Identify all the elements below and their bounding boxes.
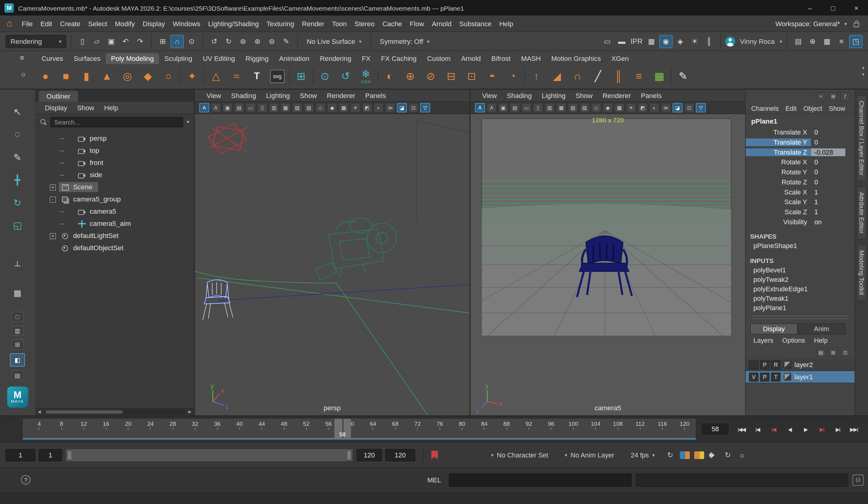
viewport-menu-item[interactable]: Lighting xyxy=(261,92,295,99)
symmetry-selector[interactable]: Symmetry: Off ▾ xyxy=(380,38,430,45)
step-back-key-button[interactable]: |◀ xyxy=(766,422,781,436)
field-chart-icon[interactable]: ▦ xyxy=(280,103,291,112)
mirror-icon[interactable]: ◐ xyxy=(381,66,399,86)
menu-item[interactable]: Stereo xyxy=(351,20,378,28)
help-icon[interactable]: ? xyxy=(21,475,30,484)
play-forwards-button[interactable]: ▶ xyxy=(798,422,813,436)
outliner-menu-item[interactable]: Show xyxy=(72,104,99,111)
layer-name[interactable]: layer2 xyxy=(794,361,813,368)
outliner-row[interactable]: top xyxy=(35,145,194,157)
resolution-gate-icon[interactable]: ▯ xyxy=(533,103,543,112)
expand-toggle[interactable]: - xyxy=(50,196,56,202)
viewport-aa-icon[interactable]: A xyxy=(199,103,209,112)
shelf-tab[interactable]: Sculpting xyxy=(159,53,197,64)
shadows-icon[interactable]: ◩ xyxy=(362,103,372,112)
command-language-selector[interactable]: MEL xyxy=(424,476,444,484)
layer-color-swatch[interactable] xyxy=(784,361,791,368)
new-empty-layer-icon[interactable]: ⊞ xyxy=(828,348,838,357)
light-editor-icon[interactable]: ☀ xyxy=(688,35,701,48)
film-gate-icon[interactable]: ▭ xyxy=(246,103,256,112)
new-layer-from-selected-icon[interactable]: ⊡ xyxy=(840,348,850,357)
xray-icon[interactable]: ◪ xyxy=(397,103,407,112)
command-input[interactable] xyxy=(449,473,631,487)
render-sequence-icon[interactable]: ▦ xyxy=(645,35,658,48)
separator[interactable] xyxy=(378,69,378,84)
expand-toggle[interactable]: + xyxy=(50,184,56,190)
layer-menu-item[interactable]: Help xyxy=(809,336,832,344)
xray-icon[interactable]: ◪ xyxy=(673,103,683,112)
shelf-tab[interactable]: FX Caching xyxy=(376,53,422,64)
isolate-select-icon[interactable]: ⊡ xyxy=(684,103,694,112)
play-backwards-button[interactable]: ◀ xyxy=(782,422,797,436)
shelf-gear-icon[interactable]: ☼ xyxy=(20,70,27,78)
render-frame-icon[interactable]: ▬ xyxy=(615,35,629,48)
input-node[interactable]: polyExtrudeEdge1 xyxy=(746,285,855,295)
channel-value[interactable]: 1 xyxy=(811,188,846,196)
shelf-tab[interactable]: Arnold xyxy=(456,53,486,64)
search-input[interactable] xyxy=(51,116,184,127)
poly-disc-icon[interactable]: ○ xyxy=(159,66,177,86)
modeling-toolkit-icon[interactable]: ⊞ xyxy=(292,66,310,86)
menu-item[interactable]: Render xyxy=(298,20,328,28)
cached-playback-status-icon[interactable] xyxy=(693,450,704,461)
shelf-tab[interactable]: Bifrost xyxy=(486,53,515,64)
outliner-menu-item[interactable]: Help xyxy=(99,104,123,111)
paint-tool-icon[interactable]: ✎ xyxy=(674,66,692,86)
gate-mask-icon[interactable]: ▥ xyxy=(269,103,279,112)
channel-value[interactable]: -0.028 xyxy=(811,148,846,156)
attribute-lists-icon[interactable]: ≡ xyxy=(835,35,848,48)
viewport-menu-item[interactable]: Shading xyxy=(226,92,261,99)
shelf-tab[interactable]: Rendering xyxy=(315,53,356,64)
viewport-menu-item[interactable]: Renderer xyxy=(598,92,636,99)
open-scene-icon[interactable]: ▱ xyxy=(90,35,104,48)
persp-viewport-canvas[interactable]: y x z persp xyxy=(195,114,469,415)
textured-icon[interactable]: ▩ xyxy=(339,103,349,112)
separate-icon[interactable]: ⊘ xyxy=(422,66,439,86)
menu-item[interactable]: Texturing xyxy=(262,20,298,28)
ipr-render-icon[interactable]: IPR xyxy=(630,35,644,48)
close-button[interactable]: × xyxy=(845,0,868,16)
redo-icon[interactable]: ↷ xyxy=(134,35,147,48)
menu-set-selector[interactable]: Rendering ▾ xyxy=(6,35,66,48)
refresh-icon[interactable]: ↻ xyxy=(722,450,733,461)
viewport-menu-item[interactable]: Panels xyxy=(360,92,391,99)
menu-item[interactable]: Windows xyxy=(169,20,204,28)
panel-splitter[interactable] xyxy=(752,318,848,319)
chevron-down-icon[interactable]: ▾ xyxy=(780,38,782,44)
grease-pencil-icon[interactable]: ✎ xyxy=(280,35,293,48)
home-icon[interactable]: ⌂ xyxy=(7,18,12,29)
move-tool[interactable]: ╋ xyxy=(10,172,25,188)
channel-value[interactable]: on xyxy=(811,218,846,226)
snap-to-grid-icon[interactable]: ⊞ xyxy=(156,35,169,48)
svg-tool-icon[interactable]: svg xyxy=(268,66,286,86)
outliner-row[interactable]: + defaultLightSet xyxy=(35,230,194,242)
channel-value[interactable]: 0 xyxy=(811,138,846,146)
camera5-viewport-canvas[interactable]: y x z 1280 x 720 camera5 xyxy=(471,114,745,415)
channel-value[interactable]: 0 xyxy=(811,158,846,166)
go-to-start-button[interactable]: |◀◀ xyxy=(734,422,749,436)
layer-name[interactable]: layer1 xyxy=(794,373,813,380)
character-set-selector[interactable]: ▾ No Character Set xyxy=(491,451,548,459)
input-node[interactable]: polyPlane1 xyxy=(746,304,855,313)
show-outliner-icon[interactable]: ▤ xyxy=(792,35,805,48)
channelbox-menu-item[interactable]: Edit xyxy=(782,104,800,112)
mute-audio-icon[interactable] xyxy=(708,450,719,461)
maya-app-logo[interactable]: M MAYA xyxy=(7,387,28,408)
layout-hypershade-persp[interactable]: ▤ xyxy=(11,370,23,380)
isolate-select-icon[interactable]: ⊡ xyxy=(409,103,418,112)
channel-label[interactable]: Rotate X xyxy=(746,158,811,166)
layer-editor-tab[interactable]: Anim xyxy=(798,323,845,335)
channel-value[interactable]: 0 xyxy=(811,128,846,136)
shelf-tab[interactable]: Poly Modeling xyxy=(106,53,158,64)
wireframe-icon[interactable]: ◇ xyxy=(591,103,601,112)
animation-start-field[interactable] xyxy=(6,449,35,461)
camera-bookmark-icon[interactable]: ▤ xyxy=(234,103,244,112)
poly-sphere-icon[interactable]: ● xyxy=(37,66,54,86)
shadows-icon[interactable]: ◩ xyxy=(638,103,648,112)
viewport-ao-icon[interactable]: A xyxy=(486,103,497,112)
render-settings-icon[interactable]: ◉ xyxy=(659,35,673,48)
poly-type-icon[interactable]: T xyxy=(248,66,266,86)
filter-caret-icon[interactable]: ▾ xyxy=(187,119,189,124)
channel-label[interactable]: Scale Z xyxy=(746,208,811,216)
axis-tripod-icon[interactable]: ┴ xyxy=(10,257,25,273)
